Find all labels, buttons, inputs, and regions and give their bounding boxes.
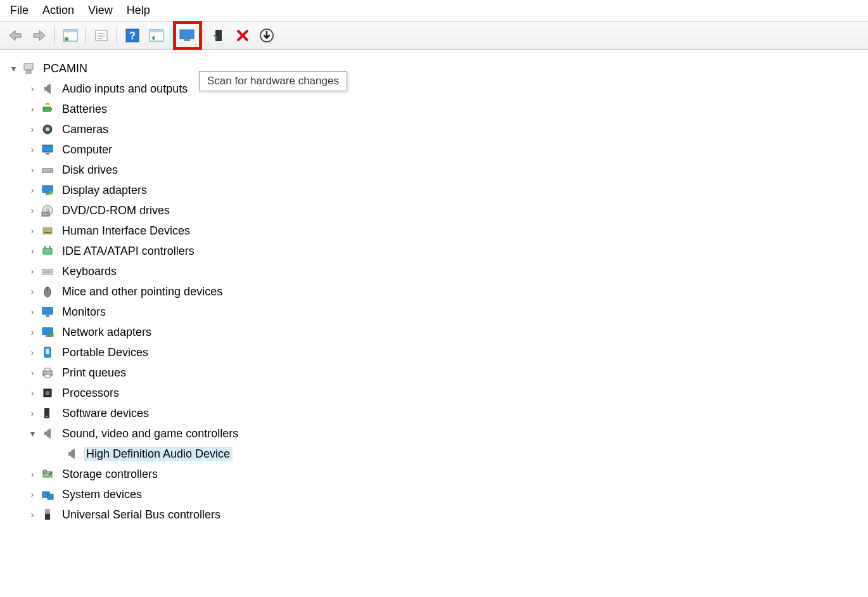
expander-icon[interactable]: › [25, 205, 39, 215]
svg-rect-68 [45, 514, 50, 520]
svg-rect-56 [46, 391, 49, 395]
tree-device[interactable]: High Definition Audio Device [6, 444, 868, 464]
portable-icon [39, 346, 56, 359]
tree-category[interactable]: ›Print queues [6, 363, 868, 383]
tree-category[interactable]: ›Batteries [6, 99, 868, 119]
expander-icon[interactable]: › [25, 286, 39, 297]
tree-category[interactable]: ›Keyboards [6, 261, 868, 281]
svg-rect-53 [45, 368, 50, 371]
enable-device-icon [212, 29, 226, 42]
expander-icon[interactable]: › [25, 124, 39, 134]
svg-point-64 [43, 470, 47, 473]
expander-icon[interactable]: › [25, 165, 39, 175]
tree-category[interactable]: ›Storage controllers [6, 464, 868, 484]
back-button[interactable] [4, 24, 27, 47]
expander-icon[interactable]: › [25, 246, 39, 256]
enable-device-button[interactable] [207, 24, 230, 47]
cpu-icon [39, 387, 56, 399]
expander-icon[interactable]: ▾ [25, 428, 39, 439]
tree-category[interactable]: ›Audio inputs and outputs [6, 79, 868, 99]
expander-icon[interactable]: › [25, 469, 39, 479]
category-label: Monitors [60, 305, 108, 319]
menu-action[interactable]: Action [42, 4, 74, 17]
tree-category[interactable]: ›Network adapters [6, 322, 868, 342]
toolbar: ? [0, 21, 868, 50]
expander-icon[interactable]: › [25, 104, 39, 114]
update-driver-button[interactable] [255, 24, 278, 47]
monitor-icon [39, 143, 56, 156]
expander-icon[interactable]: › [25, 388, 39, 398]
menu-view[interactable]: View [88, 4, 113, 17]
tree-category[interactable]: ›Portable Devices [6, 342, 868, 363]
svg-rect-10 [150, 30, 163, 32]
expander-icon[interactable]: › [25, 327, 39, 337]
camera-icon [39, 123, 56, 136]
update-driver-icon [259, 28, 274, 43]
svg-rect-66 [48, 494, 53, 499]
tree-category[interactable]: ›Disk drives [6, 160, 868, 180]
svg-rect-3 [96, 30, 107, 41]
software-icon [39, 407, 56, 420]
speaker-icon [63, 447, 80, 460]
svg-point-58 [46, 416, 48, 418]
menubar: File Action View Help [0, 0, 868, 21]
expander-icon[interactable]: › [25, 489, 39, 499]
category-label: Computer [60, 143, 115, 157]
expander-icon[interactable]: › [25, 84, 39, 94]
tree-category[interactable]: ›System devices [6, 484, 868, 504]
expander-icon[interactable]: › [25, 307, 39, 317]
expander-icon[interactable]: › [25, 226, 39, 236]
expander-icon[interactable]: › [25, 368, 39, 378]
computer-icon [20, 62, 37, 75]
tree-category[interactable]: ›DVD/CD-ROM drives [6, 200, 868, 221]
svg-rect-51 [46, 349, 49, 354]
svg-rect-36 [44, 232, 51, 233]
tree-category[interactable]: ›IDE ATA/ATAPI controllers [6, 241, 868, 261]
expander-icon[interactable]: › [25, 408, 39, 418]
uninstall-device-button[interactable] [231, 24, 254, 47]
tree-root[interactable]: ▾ PCAMIN [6, 58, 868, 79]
tree-category[interactable]: ›Cameras [6, 119, 868, 139]
svg-rect-17 [24, 63, 33, 70]
svg-point-31 [49, 191, 53, 195]
svg-point-28 [50, 170, 52, 172]
tree-category[interactable]: ›Human Interface Devices [6, 221, 868, 241]
properties-button[interactable] [90, 24, 113, 47]
expander-icon[interactable]: › [25, 144, 39, 155]
disk-icon [39, 164, 56, 176]
tree-category[interactable]: ›Mice and other pointing devices [6, 281, 868, 302]
tree-category[interactable]: ▾Sound, video and game controllers [6, 423, 868, 444]
expander-icon[interactable]: ▾ [6, 63, 20, 74]
menu-help[interactable]: Help [127, 4, 150, 17]
properties-icon [94, 29, 108, 42]
category-label: Human Interface Devices [60, 224, 193, 238]
menu-file[interactable]: File [10, 4, 29, 17]
svg-rect-30 [46, 193, 49, 195]
show-hide-console-button[interactable] [59, 24, 82, 47]
tree-category[interactable]: ›Software devices [6, 403, 868, 423]
tree-category[interactable]: ›Monitors [6, 302, 868, 322]
tree-category[interactable]: ›Processors [6, 383, 868, 403]
tree-category[interactable]: ›Universal Serial Bus controllers [6, 504, 868, 525]
help-icon: ? [125, 29, 139, 42]
category-label: Processors [60, 386, 122, 401]
svg-rect-38 [44, 246, 46, 248]
svg-rect-59 [44, 432, 47, 435]
expander-icon[interactable]: › [25, 185, 39, 195]
tree-category[interactable]: ›Display adapters [6, 180, 868, 200]
category-label: Print queues [60, 366, 129, 380]
scan-hardware-button[interactable] [176, 24, 199, 47]
speaker-icon [39, 82, 56, 95]
tree-category[interactable]: ›Computer [6, 139, 868, 160]
help-button[interactable]: ? [121, 24, 144, 47]
expander-icon[interactable]: › [25, 347, 39, 357]
expander-icon[interactable]: › [25, 266, 39, 276]
dvd-icon [39, 204, 56, 217]
expander-icon[interactable]: › [25, 510, 39, 520]
svg-rect-19 [44, 87, 47, 91]
action-pane-button[interactable] [145, 24, 168, 47]
svg-rect-37 [43, 248, 52, 254]
tree-root-label: PCAMIN [41, 61, 90, 76]
device-tree: ▾ PCAMIN ›Audio inputs and outputs›Batte… [0, 53, 868, 525]
forward-button[interactable] [28, 24, 51, 47]
